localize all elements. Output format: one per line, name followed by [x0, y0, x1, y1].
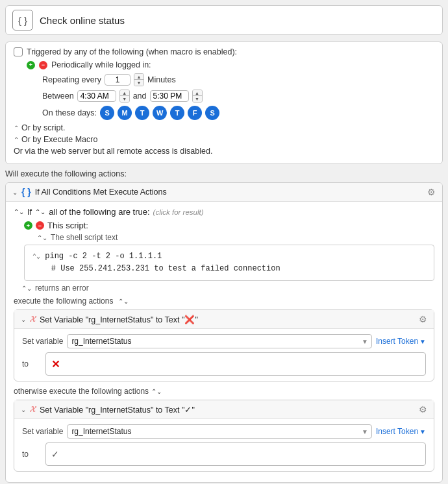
day-saturday[interactable]: S	[205, 106, 219, 120]
x-mark-icon: ✕	[51, 358, 60, 370]
day-monday[interactable]: M	[118, 106, 132, 120]
set-var-ok-gear-icon[interactable]: ⚙	[419, 404, 427, 415]
check-mark-icon: ✓	[51, 449, 59, 459]
condition-all-stepper[interactable]: ⌃⌄	[35, 208, 45, 215]
if-block-gear-icon[interactable]: ⚙	[427, 187, 436, 197]
trigger-section: Triggered by any of the following (when …	[5, 42, 443, 164]
stepper-up[interactable]: ▲	[134, 74, 143, 80]
set-var-error-chevron[interactable]: ⌄	[21, 316, 26, 323]
set-var-error-header: ⌄ 𝓧 Set Variable "rg_InternetStatus" to …	[14, 310, 434, 329]
remove-condition-icon[interactable]: −	[36, 221, 44, 230]
set-var-error-gear-icon[interactable]: ⚙	[419, 314, 427, 324]
shell-chevron-icon[interactable]: ⌃⌄	[37, 234, 47, 241]
set-var-ok-to-value[interactable]: ✓	[45, 442, 426, 466]
set-var-ok-insert-token[interactable]: Insert Token ▼	[376, 427, 426, 436]
set-var-error-to-label: to	[22, 359, 42, 369]
day-sunday[interactable]: S	[100, 106, 114, 120]
time-end-input[interactable]	[150, 90, 189, 102]
chevron-script-icon: ⌃	[14, 125, 19, 132]
condition-row: ⌃⌄ If ⌃⌄ all of the following are true: …	[14, 207, 434, 217]
returns-row: ⌃⌄ returns an error	[21, 284, 434, 293]
chevron-execute-icon: ⌃	[14, 136, 19, 143]
if-curly-icon: { }	[21, 187, 31, 197]
set-var-ok-body: Set variable rg_InternetStatus ▼ Insert …	[14, 419, 434, 471]
time-end-up[interactable]: ▲	[193, 90, 202, 96]
between-row: Between ▲ ▼ and ▲ ▼	[42, 90, 434, 103]
set-var-ok-x-icon: 𝓧	[30, 404, 36, 415]
execute-label: execute the following actions ⌃⌄	[14, 296, 434, 306]
code-line-2: # Use 255.241.253.231 to test a failed c…	[32, 263, 426, 275]
day-thursday[interactable]: T	[170, 106, 184, 120]
if-block-chevron[interactable]: ⌄	[12, 189, 18, 196]
set-var-ok-to-label: to	[22, 450, 42, 459]
otherwise-chevron-icon[interactable]: ⌃⌄	[151, 388, 162, 395]
repeating-input[interactable]	[105, 74, 131, 86]
set-var-error-to-value[interactable]: ✕	[45, 352, 426, 376]
day-tuesday[interactable]: T	[135, 106, 149, 120]
set-var-ok-header: ⌄ 𝓧 Set Variable "rg_InternetStatus" to …	[14, 400, 434, 419]
shell-script-label: The shell script text	[51, 233, 118, 242]
on-days-label: On these days:	[42, 108, 97, 117]
time-start-down[interactable]: ▼	[120, 96, 129, 102]
header-row: { } Check online status	[5, 5, 443, 35]
returns-chevron-icon[interactable]: ⌃⌄	[21, 285, 32, 292]
time-end-down[interactable]: ▼	[193, 96, 202, 102]
days-row: On these days: S M T W T F S	[42, 106, 434, 120]
or-web-row: Or via the web server but all remote acc…	[14, 147, 434, 156]
day-friday[interactable]: F	[188, 106, 202, 120]
insert-token-ok-label: Insert Token	[376, 427, 418, 436]
set-var-error-var-row: Set variable rg_InternetStatus ▼ Insert …	[22, 334, 426, 348]
set-var-error-var-label: Set variable	[22, 337, 63, 346]
set-var-error-to-row: to ✕	[22, 352, 426, 376]
code-chevron-icon: ⌃⌄	[32, 253, 40, 260]
execute-chevron-icon[interactable]: ⌃⌄	[118, 298, 129, 305]
condition-stepper-icon[interactable]: ⌃⌄	[14, 208, 24, 215]
repeating-stepper[interactable]: ▲ ▼	[134, 73, 144, 86]
set-var-error-select[interactable]: rg_InternetStatus	[67, 334, 372, 348]
this-script-row: + − This script:	[24, 221, 434, 230]
set-var-ok-select-wrapper: rg_InternetStatus ▼	[67, 424, 372, 439]
remove-trigger-icon[interactable]: −	[39, 61, 47, 69]
or-script-label: Or by script.	[21, 123, 65, 132]
condition-click-result[interactable]: (click for result)	[153, 208, 204, 216]
repeating-label: Repeating every	[42, 75, 101, 84]
macro-title: Check online status	[40, 15, 436, 26]
trigger-checkbox-row: Triggered by any of the following (when …	[14, 47, 434, 56]
if-block-body: ⌃⌄ If ⌃⌄ all of the following are true: …	[6, 202, 442, 482]
add-trigger-icon[interactable]: +	[27, 61, 35, 69]
time-start-stepper[interactable]: ▲ ▼	[119, 90, 130, 103]
set-var-error-title: Set Variable "rg_InternetStatus" to Text…	[40, 315, 415, 324]
time-start-up[interactable]: ▲	[120, 90, 129, 96]
set-var-error-body: Set variable rg_InternetStatus ▼ Insert …	[14, 329, 434, 381]
if-conditions-title: If All Conditions Met Execute Actions	[35, 188, 423, 197]
macro-icon: { }	[12, 10, 33, 30]
otherwise-label-text: otherwise execute the following actions	[14, 387, 149, 396]
or-execute-label: Or by Execute Macro	[21, 135, 97, 144]
add-condition-icon[interactable]: +	[24, 221, 32, 230]
set-var-ok-to-row: to ✓	[22, 442, 426, 466]
otherwise-label-row: otherwise execute the following actions …	[14, 387, 434, 396]
set-var-ok-var-label: Set variable	[22, 427, 63, 436]
or-script-row: ⌃ Or by script.	[14, 123, 434, 132]
time-start-input[interactable]	[77, 90, 116, 102]
main-container: { } Check online status Triggered by any…	[0, 0, 448, 484]
trigger-checkbox[interactable]	[14, 47, 23, 56]
or-web-label: Or via the web server but all remote acc…	[14, 147, 212, 156]
code-line-1: ⌃⌄ ping -c 2 -t 2 -o 1.1.1.1	[32, 250, 426, 263]
set-var-error-select-wrapper: rg_InternetStatus ▼	[67, 334, 372, 348]
will-execute-label: Will execute the following actions:	[5, 169, 443, 178]
insert-token-error-chevron: ▼	[419, 338, 426, 345]
if-conditions-block: ⌄ { } If All Conditions Met Execute Acti…	[5, 182, 443, 483]
time-end-stepper[interactable]: ▲ ▼	[192, 90, 203, 103]
stepper-down[interactable]: ▼	[134, 80, 143, 86]
set-var-ok-chevron[interactable]: ⌄	[21, 406, 26, 413]
condition-middle: all of the following are true:	[49, 207, 149, 217]
if-conditions-header: ⌄ { } If All Conditions Met Execute Acti…	[6, 183, 442, 202]
set-var-ok-select[interactable]: rg_InternetStatus	[67, 424, 372, 439]
execute-label-text: execute the following actions	[14, 296, 113, 306]
set-var-error-block: ⌄ 𝓧 Set Variable "rg_InternetStatus" to …	[14, 309, 434, 381]
periodic-row: + − Periodically while logged in:	[27, 60, 434, 69]
set-var-error-insert-token[interactable]: Insert Token ▼	[376, 337, 426, 346]
day-wednesday[interactable]: W	[153, 106, 167, 120]
periodic-label: Periodically while logged in:	[51, 60, 151, 69]
